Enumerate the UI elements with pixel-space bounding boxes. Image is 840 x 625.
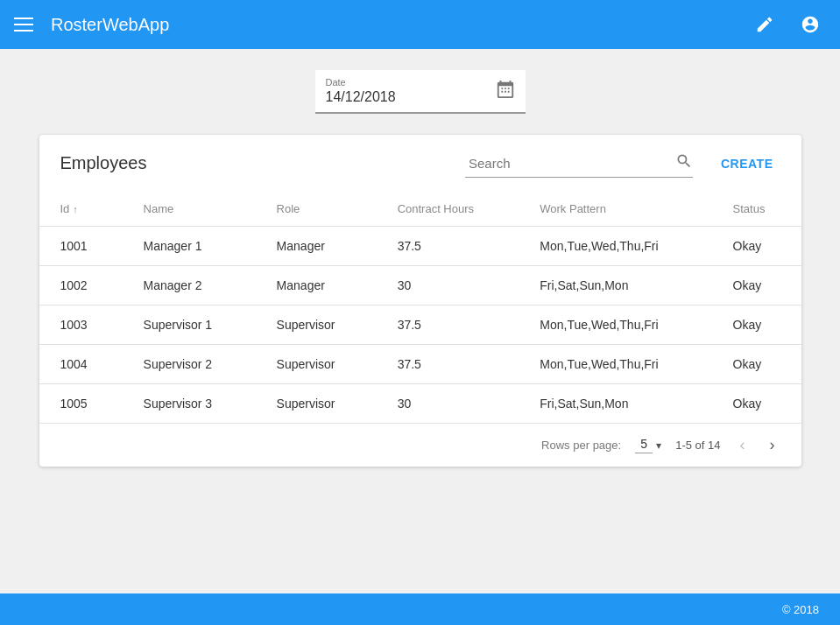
footer-copyright: © 2018 [782, 603, 819, 616]
topnav-icons [749, 9, 826, 40]
pencil-icon[interactable] [749, 9, 780, 40]
rows-dropdown-icon: ▾ [656, 439, 661, 452]
cell-name: Supervisor 3 [123, 384, 256, 424]
create-button[interactable]: CREATE [714, 151, 780, 176]
main-content: Date 14/12/2018 Employees CREATE [0, 49, 840, 593]
date-value: 14/12/2018 [326, 89, 396, 104]
employees-table-card: Employees CREATE Id ↑ Na [39, 135, 801, 467]
cell-contract_hours: 37.5 [377, 227, 519, 266]
rows-per-page-label: Rows per page: [541, 439, 621, 452]
cell-status: Okay [712, 384, 801, 424]
cell-name: Manager 2 [123, 266, 256, 305]
rows-per-page-value: 5 [635, 437, 653, 453]
cell-role: Supervisor [256, 345, 377, 384]
cell-role: Manager [256, 266, 377, 305]
sort-asc-icon: ↑ [73, 204, 78, 214]
date-picker[interactable]: Date 14/12/2018 [315, 70, 526, 114]
pagination: Rows per page: 5 ▾ 1-5 of 14 ‹ › [39, 423, 801, 467]
cell-role: Manager [256, 227, 377, 266]
date-label: Date [326, 77, 396, 88]
search-input[interactable] [465, 154, 675, 172]
cell-status: Okay [712, 345, 801, 384]
col-contract-hours: Contract Hours [377, 192, 519, 227]
col-work-pattern: Work Pattern [519, 192, 711, 227]
cell-work_pattern: Fri,Sat,Sun,Mon [519, 266, 711, 305]
cell-contract_hours: 37.5 [377, 305, 519, 345]
cell-id: 1002 [39, 266, 123, 305]
app-title: RosterWebApp [51, 15, 749, 35]
user-icon[interactable] [794, 9, 826, 40]
rows-per-page-select[interactable]: 5 ▾ [635, 437, 661, 453]
cell-role: Supervisor [256, 384, 377, 424]
table-title: Employees [60, 153, 147, 173]
cell-name: Supervisor 2 [123, 345, 256, 384]
cell-id: 1005 [39, 384, 123, 424]
cell-status: Okay [712, 266, 801, 305]
col-id[interactable]: Id ↑ [39, 192, 123, 227]
cell-work_pattern: Fri,Sat,Sun,Mon [519, 384, 711, 424]
table-row[interactable]: 1001Manager 1Manager37.5Mon,Tue,Wed,Thu,… [39, 227, 801, 266]
cell-status: Okay [712, 227, 801, 266]
table-row[interactable]: 1004Supervisor 2Supervisor37.5Mon,Tue,We… [39, 345, 801, 384]
table-row[interactable]: 1005Supervisor 3Supervisor30Fri,Sat,Sun,… [39, 384, 801, 424]
footer: © 2018 [0, 593, 840, 625]
table-header-row: Id ↑ Name Role Contract Hours Work Patte… [39, 192, 801, 227]
cell-id: 1003 [39, 305, 123, 345]
table-header: Employees CREATE [39, 135, 801, 192]
search-icon [675, 152, 693, 173]
cell-contract_hours: 30 [377, 266, 519, 305]
cell-work_pattern: Mon,Tue,Wed,Thu,Fri [519, 227, 711, 266]
cell-work_pattern: Mon,Tue,Wed,Thu,Fri [519, 305, 711, 345]
table-head: Id ↑ Name Role Contract Hours Work Patte… [39, 192, 801, 227]
cell-role: Supervisor [256, 305, 377, 345]
calendar-icon [496, 80, 515, 102]
search-container [465, 149, 693, 178]
col-role: Role [256, 192, 377, 227]
col-status: Status [712, 192, 801, 227]
prev-page-button[interactable]: ‹ [735, 432, 751, 458]
cell-id: 1001 [39, 227, 123, 266]
menu-icon[interactable] [14, 18, 33, 32]
table-body: 1001Manager 1Manager37.5Mon,Tue,Wed,Thu,… [39, 227, 801, 424]
table-row[interactable]: 1003Supervisor 1Supervisor37.5Mon,Tue,We… [39, 305, 801, 345]
cell-name: Supervisor 1 [123, 305, 256, 345]
table-row[interactable]: 1002Manager 2Manager30Fri,Sat,Sun,MonOka… [39, 266, 801, 305]
cell-contract_hours: 37.5 [377, 345, 519, 384]
cell-status: Okay [712, 305, 801, 345]
date-field-text: Date 14/12/2018 [326, 77, 396, 105]
topnav: RosterWebApp [0, 0, 840, 49]
cell-work_pattern: Mon,Tue,Wed,Thu,Fri [519, 345, 711, 384]
cell-contract_hours: 30 [377, 384, 519, 424]
col-name: Name [123, 192, 256, 227]
date-section: Date 14/12/2018 [315, 70, 526, 114]
cell-id: 1004 [39, 345, 123, 384]
next-page-button[interactable]: › [765, 432, 780, 458]
employees-table: Id ↑ Name Role Contract Hours Work Patte… [39, 192, 801, 423]
cell-name: Manager 1 [123, 227, 256, 266]
pagination-info: 1-5 of 14 [675, 439, 720, 452]
